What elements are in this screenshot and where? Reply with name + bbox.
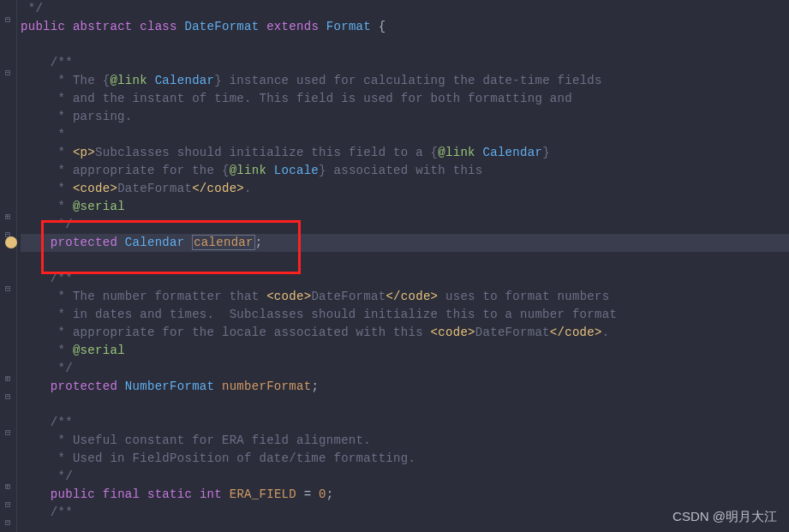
code-token: protected <box>51 236 125 249</box>
code-line[interactable]: * <box>21 126 789 144</box>
code-line[interactable]: * @serial <box>21 342 789 360</box>
code-line[interactable]: * Used in FieldPosition of date/time for… <box>21 450 789 468</box>
code-token: public <box>21 20 73 33</box>
code-token: * <box>21 200 73 213</box>
code-token: Calendar <box>155 74 215 87</box>
code-token: * Useful constant for ERA field alignmen… <box>21 433 371 447</box>
code-token: @link <box>230 164 274 177</box>
code-line[interactable]: * @serial <box>21 198 789 216</box>
code-token: @serial <box>73 200 125 213</box>
code-token: NumberFormat <box>125 380 222 393</box>
code-line[interactable]: /** <box>21 54 789 72</box>
code-line[interactable] <box>21 36 789 54</box>
fold-plus-icon[interactable] <box>3 482 13 493</box>
code-token: } instance used for calculating the date… <box>214 74 601 87</box>
code-line[interactable]: */ <box>21 360 789 378</box>
code-token: calendar <box>192 235 255 250</box>
code-token: /** <box>21 415 73 429</box>
code-token: </code> <box>386 290 438 303</box>
code-token: Calendar <box>483 146 543 159</box>
code-line[interactable]: * appropriate for the locale associated … <box>21 324 789 342</box>
code-token: * The { <box>21 74 110 87</box>
code-token: Subclasses should initialize this field … <box>95 146 438 159</box>
code-token: Locale <box>274 164 319 177</box>
code-token: * appropriate for the { <box>21 164 230 177</box>
code-token: * <box>21 146 73 159</box>
code-line[interactable]: * <p>Subclasses should initialize this f… <box>21 144 789 162</box>
code-area[interactable]: */public abstract class DateFormat exten… <box>17 0 789 532</box>
code-token: * in dates and times. Subclasses should … <box>21 308 617 321</box>
code-line[interactable]: /** <box>21 414 789 432</box>
fold-minus-icon[interactable] <box>3 284 13 295</box>
fold-minus-icon[interactable] <box>3 392 13 403</box>
watermark: CSDN @明月大江 <box>672 509 777 525</box>
code-token: final <box>103 487 147 501</box>
code-token: class <box>140 20 184 33</box>
code-line[interactable]: * <code>DateFormat</code>. <box>21 180 789 198</box>
code-token: <p> <box>73 146 95 159</box>
code-token: * and the instant of time. This field is… <box>21 92 572 105</box>
code-token: 0 <box>319 487 326 501</box>
fold-minus-icon[interactable] <box>3 69 13 79</box>
code-token: DateFormat <box>311 290 386 303</box>
code-token: @link <box>110 74 154 87</box>
code-token: /** <box>21 505 73 519</box>
code-token: = <box>304 487 319 501</box>
code-token: public <box>51 487 103 501</box>
code-line[interactable]: public final static int ERA_FIELD = 0; <box>21 486 789 504</box>
code-token: ; <box>326 487 334 501</box>
code-token: @serial <box>73 344 125 357</box>
code-token: ERA_FIELD <box>230 487 304 501</box>
code-line[interactable]: protected NumberFormat numberFormat; <box>21 378 789 396</box>
code-token: . <box>602 326 610 339</box>
gutter[interactable] <box>0 0 17 532</box>
code-line[interactable]: * Useful constant for ERA field alignmen… <box>21 432 789 450</box>
code-token <box>21 236 51 249</box>
fold-plus-icon[interactable] <box>3 374 13 385</box>
code-token: * The number formatter that <box>21 290 266 303</box>
code-line[interactable]: * The number formatter that <code>DateFo… <box>21 288 789 306</box>
code-line[interactable]: */ <box>21 0 789 18</box>
warning-icon[interactable] <box>5 236 17 248</box>
code-line[interactable]: * and the instant of time. This field is… <box>21 90 789 108</box>
code-line[interactable]: */ <box>21 468 789 486</box>
code-token: static <box>147 487 200 501</box>
code-token <box>21 380 51 393</box>
code-line[interactable]: */ <box>21 216 789 234</box>
code-line[interactable]: public abstract class DateFormat extends… <box>21 18 789 36</box>
code-line[interactable]: * in dates and times. Subclasses should … <box>21 306 789 324</box>
code-editor: */public abstract class DateFormat exten… <box>0 0 789 532</box>
code-line[interactable]: * parsing. <box>21 108 789 126</box>
code-token: * <box>21 182 73 195</box>
code-token: /** <box>21 272 73 285</box>
code-token: DateFormat <box>184 20 266 33</box>
code-line[interactable] <box>21 396 789 414</box>
fold-minus-icon[interactable] <box>3 428 13 439</box>
code-line[interactable]: /** <box>21 270 789 288</box>
code-token: abstract <box>73 20 140 33</box>
code-token: * parsing. <box>21 110 133 123</box>
fold-plus-icon[interactable] <box>3 212 13 223</box>
code-token: protected <box>51 380 125 393</box>
code-token: </code> <box>192 182 244 195</box>
code-token: uses to format numbers <box>438 290 609 303</box>
code-line[interactable]: * appropriate for the {@link Locale} ass… <box>21 162 789 180</box>
code-token: /** <box>21 56 73 69</box>
code-token: int <box>200 487 230 501</box>
fold-minus-icon[interactable] <box>3 15 13 26</box>
code-token: . <box>244 182 252 195</box>
code-token: Calendar <box>125 236 192 249</box>
code-line[interactable]: * The {@link Calendar} instance used for… <box>21 72 789 90</box>
code-token <box>21 487 51 501</box>
code-token: DateFormat <box>475 326 550 339</box>
code-token: */ <box>21 469 73 483</box>
code-line[interactable] <box>21 252 789 270</box>
code-token: <code> <box>266 290 311 303</box>
code-token: @link <box>438 146 482 159</box>
fold-minus-icon[interactable] <box>3 518 13 529</box>
fold-minus-icon[interactable] <box>3 500 13 511</box>
code-token: numberFormat <box>222 380 311 393</box>
code-token: ; <box>255 236 263 249</box>
code-token: */ <box>21 218 73 231</box>
code-line[interactable]: protected Calendar calendar; <box>21 234 789 252</box>
